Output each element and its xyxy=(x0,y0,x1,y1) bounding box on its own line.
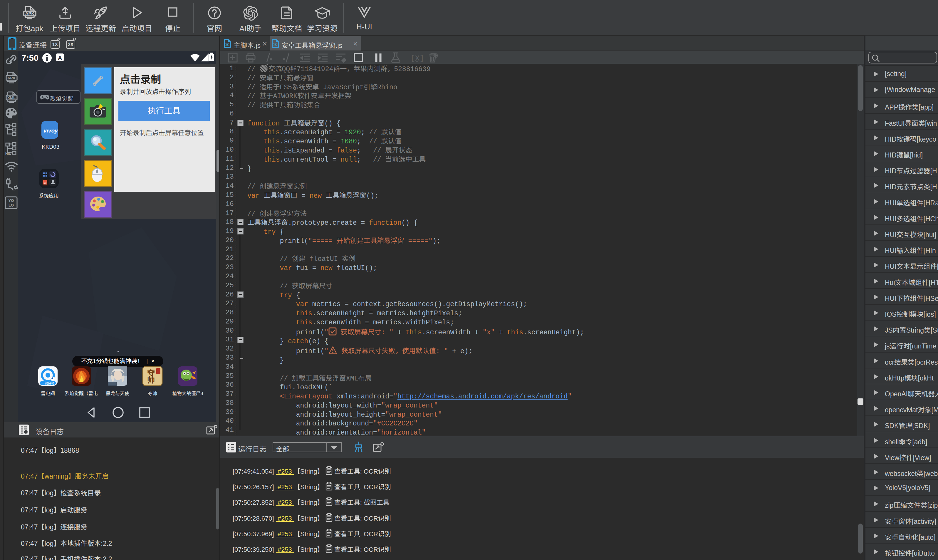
svg-text:*: * xyxy=(282,57,286,63)
svg-text:HID: HID xyxy=(5,152,11,155)
svg-text:YO: YO xyxy=(9,198,14,203)
svg-text:一键自动: 一键自动 xyxy=(42,380,54,385)
svg-text:帅: 帅 xyxy=(147,374,155,385)
svg-text:JS: JS xyxy=(225,43,229,47)
svg-text:[X]: [X] xyxy=(411,54,424,63)
svg-text:XML: XML xyxy=(7,95,16,100)
svg-text:JS: JS xyxy=(273,43,277,47)
svg-text:*: * xyxy=(269,57,273,63)
svg-text:APK: APK xyxy=(7,76,16,80)
svg-text:LO: LO xyxy=(9,203,14,208)
svg-text:APK: APK xyxy=(25,11,35,16)
svg-text:A: A xyxy=(58,55,62,61)
